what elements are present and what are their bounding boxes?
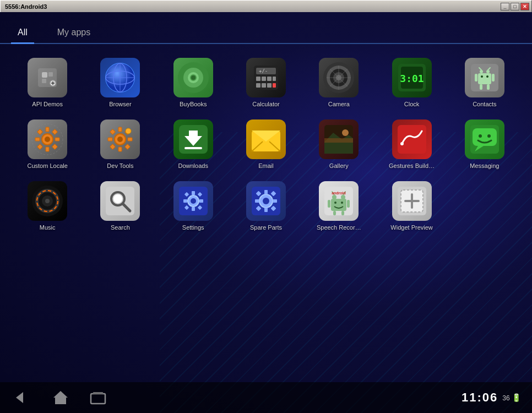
svg-point-128: [332, 195, 336, 199]
nav-bar: 11:06 36 🔋: [0, 382, 532, 413]
app-settings[interactable]: Settings: [157, 177, 230, 236]
battery-icon: 🔋: [512, 393, 521, 402]
android-screen: All My apps API Demos: [0, 12, 532, 413]
speech-recorder-icon: android: [319, 181, 359, 221]
tab-myapps[interactable]: My apps: [51, 23, 97, 43]
custom-locale-label: Custom Locale: [27, 162, 67, 170]
svg-rect-54: [46, 127, 49, 132]
calculator-icon: +/-: [246, 58, 286, 97]
battery-status: 36: [502, 394, 509, 402]
svg-rect-137: [341, 211, 344, 215]
app-dev-tools[interactable]: Dev Tools: [84, 115, 156, 174]
svg-rect-127: [331, 199, 346, 211]
svg-rect-120: [255, 199, 259, 203]
svg-point-46: [481, 75, 483, 78]
svg-text:3:01: 3:01: [400, 73, 424, 84]
svg-point-117: [263, 198, 269, 204]
svg-rect-135: [347, 200, 350, 208]
svg-point-106: [191, 198, 196, 204]
svg-rect-108: [192, 207, 195, 211]
buybooks-label: BuyBooks: [180, 101, 207, 108]
svg-rect-119: [264, 208, 268, 212]
downloads-label: Downloads: [178, 162, 208, 170]
svg-rect-65: [118, 127, 122, 132]
svg-rect-55: [46, 147, 49, 151]
svg-rect-22: [273, 77, 276, 81]
window-titlebar: 5556:Android3 _ □ ✕: [0, 0, 532, 12]
widget-preview-icon: [392, 181, 432, 221]
svg-rect-60: [37, 144, 43, 150]
svg-rect-145: [91, 394, 105, 404]
window-controls: _ □ ✕: [501, 3, 529, 10]
tab-all[interactable]: All: [11, 23, 34, 43]
app-search[interactable]: Search: [84, 177, 156, 236]
api-demos-label: API Demos: [32, 101, 63, 108]
app-api-demos[interactable]: API Demos: [11, 53, 84, 112]
app-gallery[interactable]: Gallery: [302, 115, 375, 174]
app-downloads[interactable]: Downloads: [157, 115, 230, 174]
svg-rect-21: [267, 77, 272, 81]
browser-icon: [100, 58, 140, 97]
svg-rect-107: [192, 191, 195, 195]
maximize-button[interactable]: □: [511, 3, 519, 10]
messaging-icon: [465, 119, 504, 159]
back-button[interactable]: [11, 388, 35, 407]
spare-parts-label: Spare Parts: [250, 224, 282, 231]
gestures-label: Gestures Build…: [389, 162, 435, 170]
buybooks-icon: [173, 58, 213, 97]
svg-rect-23: [256, 83, 260, 88]
svg-rect-87: [398, 125, 426, 154]
home-button[interactable]: [48, 388, 73, 407]
music-label: Music: [40, 224, 56, 231]
app-gestures[interactable]: Gestures Build…: [375, 115, 448, 174]
contacts-icon: [465, 58, 504, 97]
svg-marker-143: [16, 392, 23, 403]
search-label: Search: [111, 224, 130, 231]
minimize-button[interactable]: _: [501, 3, 509, 10]
svg-rect-58: [37, 129, 43, 135]
svg-rect-19: [256, 77, 260, 81]
svg-rect-61: [52, 144, 58, 150]
app-buybooks[interactable]: BuyBooks: [157, 53, 230, 112]
svg-rect-1: [42, 72, 47, 78]
svg-point-47: [486, 75, 488, 78]
speech-recorder-label: Speech Recor…: [317, 224, 361, 231]
svg-rect-25: [267, 83, 272, 88]
svg-rect-72: [125, 144, 131, 150]
svg-point-92: [479, 134, 482, 138]
app-messaging[interactable]: Messaging: [448, 115, 521, 174]
app-email[interactable]: Email: [230, 115, 302, 174]
svg-rect-134: [328, 200, 330, 208]
svg-rect-41: [478, 73, 491, 84]
svg-rect-3: [42, 79, 46, 83]
dev-tools-label: Dev Tools: [107, 162, 133, 170]
gallery-icon: [319, 119, 359, 159]
svg-point-98: [45, 199, 50, 203]
custom-locale-icon: [28, 119, 67, 159]
svg-point-53: [45, 137, 50, 142]
app-camera[interactable]: Camera: [302, 53, 375, 112]
app-clock[interactable]: 3:01 Clock: [375, 53, 448, 112]
app-calculator[interactable]: +/- Calculator: [230, 53, 302, 112]
svg-rect-69: [110, 129, 116, 135]
status-bar: 36 🔋: [502, 393, 521, 402]
app-custom-locale[interactable]: Custom Locale: [11, 115, 84, 174]
recent-apps-button[interactable]: [86, 388, 110, 407]
calculator-label: Calculator: [252, 101, 280, 108]
app-browser[interactable]: Browser: [84, 53, 156, 112]
svg-rect-71: [110, 144, 116, 150]
email-label: Email: [258, 162, 274, 170]
svg-marker-144: [53, 391, 68, 404]
svg-point-102: [113, 194, 122, 203]
svg-rect-121: [273, 199, 277, 203]
close-button[interactable]: ✕: [520, 3, 529, 10]
app-spare-parts[interactable]: Spare Parts: [230, 177, 302, 236]
svg-point-133: [341, 202, 343, 204]
svg-rect-109: [183, 199, 187, 203]
app-contacts[interactable]: Contacts: [448, 53, 521, 112]
svg-point-132: [334, 202, 336, 204]
app-widget-preview[interactable]: Widget Preview: [375, 177, 448, 236]
app-speech-recorder[interactable]: android Speech Recor…: [302, 177, 375, 236]
app-music[interactable]: Music: [11, 177, 84, 236]
svg-rect-67: [108, 138, 112, 141]
